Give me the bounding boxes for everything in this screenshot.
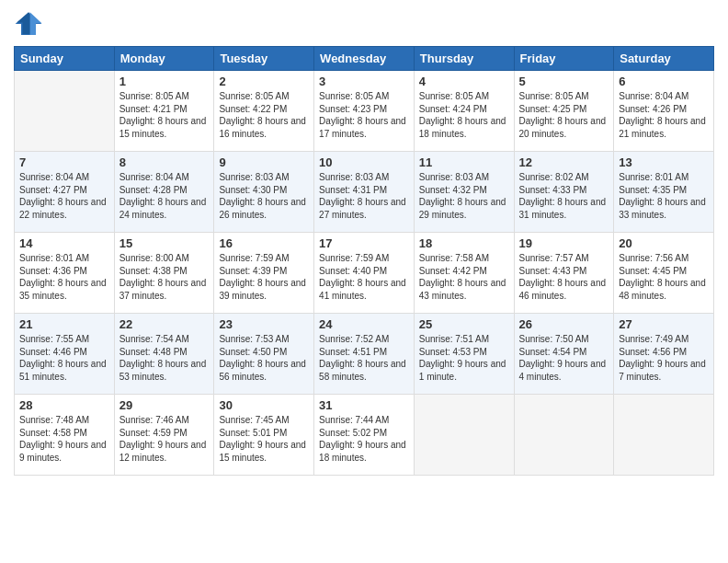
- day-number: 1: [119, 75, 210, 88]
- day-header-saturday: Saturday: [614, 47, 714, 71]
- day-info: Sunrise: 7:49 AMSunset: 4:56 PMDaylight:…: [619, 333, 709, 383]
- day-number: 3: [319, 75, 409, 88]
- day-cell: 18Sunrise: 7:58 AMSunset: 4:42 PMDayligh…: [414, 233, 514, 314]
- week-row-2: 7Sunrise: 8:04 AMSunset: 4:27 PMDaylight…: [15, 152, 714, 233]
- day-info: Sunrise: 8:04 AMSunset: 4:27 PMDaylight:…: [19, 171, 109, 221]
- day-info: Sunrise: 8:05 AMSunset: 4:23 PMDaylight:…: [319, 90, 409, 140]
- day-number: 13: [619, 155, 709, 169]
- day-number: 22: [119, 317, 210, 331]
- header: [14, 9, 714, 39]
- day-info: Sunrise: 8:01 AMSunset: 4:35 PMDaylight:…: [619, 171, 709, 221]
- day-info: Sunrise: 7:58 AMSunset: 4:42 PMDaylight:…: [419, 252, 509, 302]
- day-cell: 19Sunrise: 7:57 AMSunset: 4:43 PMDayligh…: [514, 233, 614, 314]
- day-info: Sunrise: 7:54 AMSunset: 4:48 PMDaylight:…: [119, 333, 210, 383]
- day-info: Sunrise: 8:00 AMSunset: 4:38 PMDaylight:…: [119, 252, 210, 302]
- day-cell: 22Sunrise: 7:54 AMSunset: 4:48 PMDayligh…: [114, 314, 214, 395]
- day-number: 30: [219, 398, 309, 412]
- logo: [14, 9, 47, 39]
- day-cell: [614, 395, 714, 476]
- day-cell: 13Sunrise: 8:01 AMSunset: 4:35 PMDayligh…: [614, 152, 714, 233]
- day-info: Sunrise: 7:45 AMSunset: 5:01 PMDaylight:…: [219, 414, 309, 464]
- day-info: Sunrise: 7:55 AMSunset: 4:46 PMDaylight:…: [19, 333, 109, 383]
- day-number: 2: [219, 75, 309, 88]
- day-number: 19: [519, 236, 609, 250]
- day-header-tuesday: Tuesday: [214, 47, 314, 71]
- day-number: 26: [519, 317, 609, 331]
- day-cell: 7Sunrise: 8:04 AMSunset: 4:27 PMDaylight…: [15, 152, 115, 233]
- day-info: Sunrise: 8:05 AMSunset: 4:25 PMDaylight:…: [519, 90, 609, 140]
- day-number: 18: [419, 236, 509, 250]
- day-cell: 31Sunrise: 7:44 AMSunset: 5:02 PMDayligh…: [314, 395, 415, 476]
- day-cell: 5Sunrise: 8:05 AMSunset: 4:25 PMDaylight…: [514, 71, 614, 152]
- day-number: 24: [319, 317, 409, 331]
- header-row: SundayMondayTuesdayWednesdayThursdayFrid…: [15, 47, 714, 71]
- day-cell: 17Sunrise: 7:59 AMSunset: 4:40 PMDayligh…: [314, 233, 415, 314]
- page-container: SundayMondayTuesdayWednesdayThursdayFrid…: [0, 0, 728, 485]
- day-number: 7: [19, 155, 109, 169]
- day-info: Sunrise: 7:51 AMSunset: 4:53 PMDaylight:…: [419, 333, 509, 383]
- day-info: Sunrise: 8:05 AMSunset: 4:21 PMDaylight:…: [119, 90, 210, 140]
- day-cell: 16Sunrise: 7:59 AMSunset: 4:39 PMDayligh…: [214, 233, 314, 314]
- day-cell: 23Sunrise: 7:53 AMSunset: 4:50 PMDayligh…: [214, 314, 314, 395]
- day-cell: 28Sunrise: 7:48 AMSunset: 4:58 PMDayligh…: [15, 395, 115, 476]
- day-cell: [414, 395, 514, 476]
- week-row-4: 21Sunrise: 7:55 AMSunset: 4:46 PMDayligh…: [15, 314, 714, 395]
- day-number: 29: [119, 398, 210, 412]
- day-cell: 24Sunrise: 7:52 AMSunset: 4:51 PMDayligh…: [314, 314, 415, 395]
- day-cell: 12Sunrise: 8:02 AMSunset: 4:33 PMDayligh…: [514, 152, 614, 233]
- day-number: 16: [219, 236, 309, 250]
- week-row-5: 28Sunrise: 7:48 AMSunset: 4:58 PMDayligh…: [15, 395, 714, 476]
- day-info: Sunrise: 8:02 AMSunset: 4:33 PMDaylight:…: [519, 171, 609, 221]
- day-number: 17: [319, 236, 409, 250]
- calendar-table: SundayMondayTuesdayWednesdayThursdayFrid…: [14, 46, 714, 476]
- day-cell: 30Sunrise: 7:45 AMSunset: 5:01 PMDayligh…: [214, 395, 314, 476]
- day-info: Sunrise: 7:46 AMSunset: 4:59 PMDaylight:…: [119, 414, 210, 464]
- day-info: Sunrise: 7:57 AMSunset: 4:43 PMDaylight:…: [519, 252, 609, 302]
- day-cell: 10Sunrise: 8:03 AMSunset: 4:31 PMDayligh…: [314, 152, 415, 233]
- day-info: Sunrise: 8:04 AMSunset: 4:28 PMDaylight:…: [119, 171, 210, 221]
- day-info: Sunrise: 8:03 AMSunset: 4:30 PMDaylight:…: [219, 171, 309, 221]
- day-cell: 27Sunrise: 7:49 AMSunset: 4:56 PMDayligh…: [614, 314, 714, 395]
- day-number: 28: [19, 398, 109, 412]
- day-cell: 8Sunrise: 8:04 AMSunset: 4:28 PMDaylight…: [114, 152, 214, 233]
- day-cell: 25Sunrise: 7:51 AMSunset: 4:53 PMDayligh…: [414, 314, 514, 395]
- day-header-friday: Friday: [514, 47, 614, 71]
- week-row-1: 1Sunrise: 8:05 AMSunset: 4:21 PMDaylight…: [15, 71, 714, 152]
- day-number: 15: [119, 236, 210, 250]
- day-cell: 20Sunrise: 7:56 AMSunset: 4:45 PMDayligh…: [614, 233, 714, 314]
- day-cell: 15Sunrise: 8:00 AMSunset: 4:38 PMDayligh…: [114, 233, 214, 314]
- day-header-wednesday: Wednesday: [314, 47, 415, 71]
- week-row-3: 14Sunrise: 8:01 AMSunset: 4:36 PMDayligh…: [15, 233, 714, 314]
- day-header-monday: Monday: [114, 47, 214, 71]
- day-cell: 26Sunrise: 7:50 AMSunset: 4:54 PMDayligh…: [514, 314, 614, 395]
- day-number: 31: [319, 398, 409, 412]
- day-number: 6: [619, 75, 709, 88]
- day-info: Sunrise: 7:59 AMSunset: 4:39 PMDaylight:…: [219, 252, 309, 302]
- day-info: Sunrise: 7:48 AMSunset: 4:58 PMDaylight:…: [19, 414, 109, 464]
- day-info: Sunrise: 8:05 AMSunset: 4:24 PMDaylight:…: [419, 90, 509, 140]
- day-cell: 21Sunrise: 7:55 AMSunset: 4:46 PMDayligh…: [15, 314, 115, 395]
- day-cell: [514, 395, 614, 476]
- day-info: Sunrise: 8:03 AMSunset: 4:31 PMDaylight:…: [319, 171, 409, 221]
- day-info: Sunrise: 8:04 AMSunset: 4:26 PMDaylight:…: [619, 90, 709, 140]
- day-number: 10: [319, 155, 409, 169]
- day-cell: 14Sunrise: 8:01 AMSunset: 4:36 PMDayligh…: [15, 233, 115, 314]
- day-number: 11: [419, 155, 509, 169]
- day-number: 12: [519, 155, 609, 169]
- day-cell: 9Sunrise: 8:03 AMSunset: 4:30 PMDaylight…: [214, 152, 314, 233]
- day-info: Sunrise: 7:56 AMSunset: 4:45 PMDaylight:…: [619, 252, 709, 302]
- day-info: Sunrise: 7:52 AMSunset: 4:51 PMDaylight:…: [319, 333, 409, 383]
- day-header-thursday: Thursday: [414, 47, 514, 71]
- day-cell: 4Sunrise: 8:05 AMSunset: 4:24 PMDaylight…: [414, 71, 514, 152]
- day-info: Sunrise: 8:05 AMSunset: 4:22 PMDaylight:…: [219, 90, 309, 140]
- day-info: Sunrise: 7:53 AMSunset: 4:50 PMDaylight:…: [219, 333, 309, 383]
- day-number: 27: [619, 317, 709, 331]
- day-cell: 3Sunrise: 8:05 AMSunset: 4:23 PMDaylight…: [314, 71, 415, 152]
- day-cell: 2Sunrise: 8:05 AMSunset: 4:22 PMDaylight…: [214, 71, 314, 152]
- day-info: Sunrise: 7:50 AMSunset: 4:54 PMDaylight:…: [519, 333, 609, 383]
- day-info: Sunrise: 8:03 AMSunset: 4:32 PMDaylight:…: [419, 171, 509, 221]
- day-cell: 1Sunrise: 8:05 AMSunset: 4:21 PMDaylight…: [114, 71, 214, 152]
- day-cell: 11Sunrise: 8:03 AMSunset: 4:32 PMDayligh…: [414, 152, 514, 233]
- day-number: 4: [419, 75, 509, 88]
- day-info: Sunrise: 7:59 AMSunset: 4:40 PMDaylight:…: [319, 252, 409, 302]
